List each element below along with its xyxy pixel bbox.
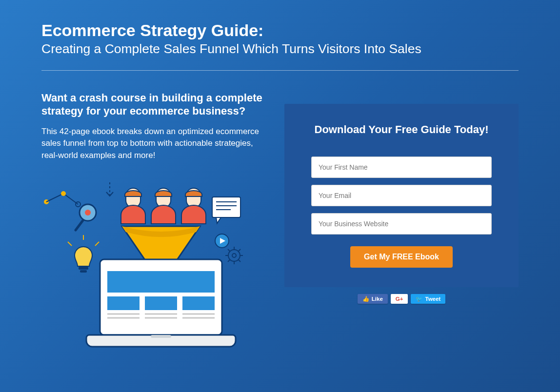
svg-line-9 (68, 242, 72, 246)
svg-line-24 (228, 249, 230, 252)
email-input[interactable] (311, 185, 492, 206)
page-subtitle: Creating a Complete Sales Funnel Which T… (41, 41, 519, 57)
svg-rect-40 (151, 335, 171, 338)
svg-point-17 (232, 254, 236, 257)
svg-point-4 (85, 210, 91, 216)
form-heading: Download Your Free Guide Today! (311, 123, 492, 136)
website-input[interactable] (311, 213, 492, 235)
svg-rect-6 (79, 267, 88, 270)
submit-button[interactable]: Get My FREE Ebook (350, 246, 453, 268)
svg-rect-7 (80, 270, 87, 273)
funnel-illustration (37, 177, 265, 350)
svg-line-22 (239, 249, 241, 252)
thumbs-up-icon: 👍 (362, 295, 369, 302)
svg-point-16 (228, 250, 240, 261)
lead-body: This 42-page ebook breaks down an optimi… (41, 126, 265, 162)
svg-rect-30 (107, 271, 215, 293)
svg-rect-11 (212, 197, 240, 217)
facebook-like-button[interactable]: 👍 Like (358, 294, 388, 304)
svg-rect-33 (182, 296, 215, 310)
download-form-card: Download Your Free Guide Today! Get My F… (284, 104, 519, 287)
twitter-icon: 🐦 (416, 295, 422, 302)
twitter-tweet-button[interactable]: 🐦 Tweet (411, 294, 445, 304)
svg-line-23 (228, 259, 230, 262)
facebook-like-label: Like (372, 296, 383, 302)
google-plus-label: G+ (396, 296, 403, 302)
first-name-input[interactable] (311, 157, 492, 178)
twitter-tweet-label: Tweet (425, 296, 440, 302)
lead-question: Want a crash course in building a comple… (41, 91, 265, 118)
page-title: Ecommerce Strategy Guide: (41, 20, 519, 40)
svg-rect-31 (107, 296, 140, 310)
svg-line-25 (239, 259, 241, 262)
divider (41, 70, 519, 71)
svg-rect-32 (145, 296, 177, 310)
svg-line-5 (76, 220, 83, 230)
google-plus-button[interactable]: G+ (391, 294, 408, 304)
svg-line-10 (95, 242, 99, 246)
svg-point-1 (61, 191, 66, 196)
